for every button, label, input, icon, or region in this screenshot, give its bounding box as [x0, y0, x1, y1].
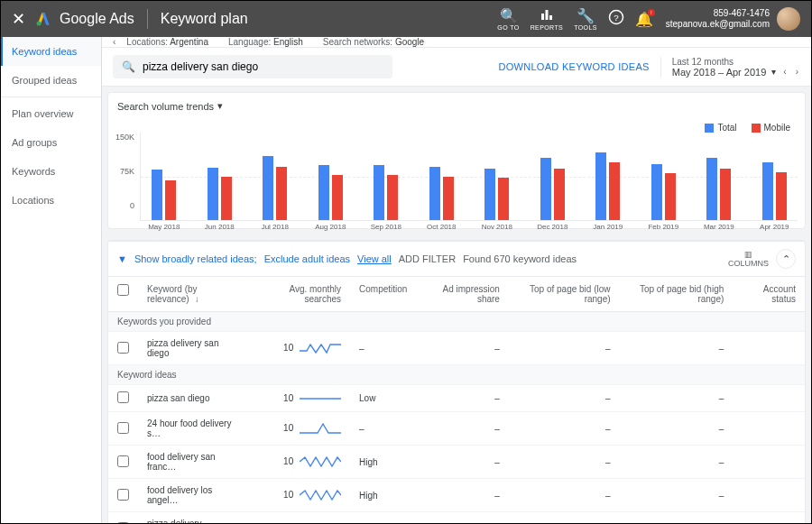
row-checkbox[interactable]: [117, 422, 129, 434]
dropdown-chevron-icon[interactable]: ▾: [771, 67, 776, 77]
wrench-icon: 🔧: [574, 7, 597, 24]
column-header[interactable]: Avg. monthly searches: [250, 277, 350, 312]
cell-impression-share: –: [416, 446, 509, 479]
cell-account-status: [733, 512, 805, 523]
app-header: ✕ Google Ads Keyword plan 🔍GO TO REPORTS…: [1, 1, 811, 37]
sidebar-item-ad-groups[interactable]: Ad groups: [1, 128, 101, 157]
sidebar-item-grouped-ideas[interactable]: Grouped ideas: [1, 66, 101, 95]
chart-bar: [706, 158, 717, 220]
chart-panel: Search volume trends ▾ TotalMobile 150K7…: [107, 92, 806, 229]
sidebar-item-locations[interactable]: Locations: [1, 186, 101, 215]
chart-bar: [595, 152, 606, 221]
cell-competition: –: [350, 512, 416, 523]
chart-bar: [762, 162, 773, 220]
chart-bar: [540, 158, 551, 220]
tool-tools[interactable]: 🔧TOOLS: [574, 7, 597, 31]
date-range-picker[interactable]: Last 12 months May 2018 – Apr 2019 ▾ ‹ ›: [660, 57, 800, 78]
row-checkbox[interactable]: [117, 522, 129, 523]
cell-avg-searches: 10: [250, 332, 350, 365]
cell-avg-searches: [250, 512, 350, 523]
account-email: stepanova.ek@gmail.com: [666, 19, 770, 30]
column-header[interactable]: Competition: [350, 277, 416, 312]
table-row[interactable]: food delivery san franc… 10 High – – –: [108, 446, 805, 479]
column-header[interactable]: Keyword (by relevance)↓: [138, 277, 250, 312]
cell-account-status: [733, 412, 805, 446]
filter-view-all[interactable]: View all: [357, 253, 392, 264]
account-info[interactable]: 859-467-1476 stepanova.ek@gmail.com: [666, 8, 770, 30]
chart-bar: [332, 175, 343, 220]
row-checkbox[interactable]: [117, 455, 129, 467]
column-header[interactable]: Top of page bid (high range): [620, 277, 734, 312]
scope-locations[interactable]: Locations: Argentina: [126, 37, 208, 47]
chart-month-group: Jan 2019: [585, 152, 632, 221]
table-row[interactable]: food delivery los angel… 10 High – – –: [108, 479, 805, 512]
sidebar-item-keyword-ideas[interactable]: Keyword ideas: [1, 37, 101, 66]
date-next-icon[interactable]: ›: [794, 67, 800, 77]
chart-bar: [276, 167, 287, 220]
chart-bar: [318, 165, 329, 220]
product-name: Google Ads: [60, 11, 134, 27]
close-icon[interactable]: ✕: [12, 9, 25, 29]
chart-month-group: Apr 2019: [752, 162, 798, 220]
download-keyword-ideas-button[interactable]: DOWNLOAD KEYWORD IDEAS: [498, 61, 649, 72]
svg-text:?: ?: [614, 13, 619, 23]
tool-goto[interactable]: 🔍GO TO: [497, 7, 519, 31]
cell-competition: High: [350, 446, 416, 479]
svg-marker-1: [42, 13, 49, 24]
scope-networks[interactable]: Search networks: Google: [323, 37, 424, 47]
scope-language[interactable]: Language: English: [228, 37, 303, 47]
table-row[interactable]: pizza san diego 10 Low – – –: [108, 385, 805, 412]
chart-panel-header[interactable]: Search volume trends ▾: [108, 93, 805, 119]
sidebar-item-plan-overview[interactable]: Plan overview: [1, 99, 101, 128]
svg-rect-3: [541, 14, 544, 20]
cell-competition: High: [350, 479, 416, 512]
column-header[interactable]: Ad impression share: [416, 277, 509, 312]
column-header[interactable]: Account status: [733, 277, 805, 312]
cell-bid-high: –: [620, 446, 734, 479]
filter-broadly-related[interactable]: Show broadly related ideas;: [134, 253, 257, 264]
google-ads-logo-icon: [34, 10, 52, 28]
row-checkbox[interactable]: [117, 391, 129, 403]
back-chevron-icon[interactable]: ‹: [113, 37, 115, 47]
keyword-search-field[interactable]: [143, 60, 383, 73]
legend-item: Total: [705, 123, 736, 133]
cell-bid-high: –: [620, 385, 734, 412]
table-row[interactable]: 24 hour food delivery s… 10 – – – –: [108, 412, 805, 446]
avatar[interactable]: [777, 7, 800, 31]
table-row[interactable]: pizza delivery downto… – – – –: [108, 512, 805, 523]
cell-bid-high: –: [620, 412, 734, 446]
columns-button[interactable]: ▥COLUMNS: [728, 250, 769, 268]
column-header[interactable]: Top of page bid (low range): [509, 277, 620, 312]
tool-reports[interactable]: REPORTS: [531, 8, 564, 31]
table-section-header: Keyword ideas: [108, 365, 805, 385]
cell-competition: –: [350, 332, 416, 365]
chart-bar: [609, 162, 620, 220]
cell-avg-searches: 10: [250, 385, 350, 412]
cell-impression-share: –: [416, 385, 509, 412]
filter-funnel-icon[interactable]: ▼: [117, 253, 127, 264]
row-checkbox[interactable]: [117, 489, 129, 501]
cell-impression-share: –: [416, 512, 509, 523]
collapse-toggle-icon[interactable]: ⌃: [776, 249, 796, 269]
row-checkbox[interactable]: [117, 342, 129, 354]
select-all-checkbox[interactable]: [117, 284, 129, 296]
columns-icon: ▥: [728, 250, 769, 259]
add-filter-button[interactable]: ADD FILTER: [399, 253, 456, 264]
help-icon[interactable]: ?: [608, 9, 624, 29]
cell-keyword: pizza delivery downto…: [138, 512, 250, 523]
cell-account-status: [733, 479, 805, 512]
cell-bid-low: –: [509, 512, 620, 523]
chart-bar: [665, 173, 676, 220]
notifications-icon[interactable]: 🔔!: [635, 11, 653, 28]
keyword-search-input[interactable]: 🔍: [113, 55, 392, 78]
cell-keyword: food delivery los angel…: [138, 479, 250, 512]
date-prev-icon[interactable]: ‹: [781, 67, 788, 77]
filter-row: ▼ Show broadly related ideas; Exclude ad…: [108, 241, 805, 276]
sidebar-item-keywords[interactable]: Keywords: [1, 157, 101, 186]
chart-bar: [387, 175, 398, 220]
table-row[interactable]: pizza delivery san diego 10 – – – –: [108, 332, 805, 365]
svg-rect-4: [545, 10, 548, 20]
legend-item: Mobile: [752, 123, 790, 133]
reports-icon: [531, 8, 564, 24]
filter-exclude-adult[interactable]: Exclude adult ideas: [264, 253, 350, 264]
